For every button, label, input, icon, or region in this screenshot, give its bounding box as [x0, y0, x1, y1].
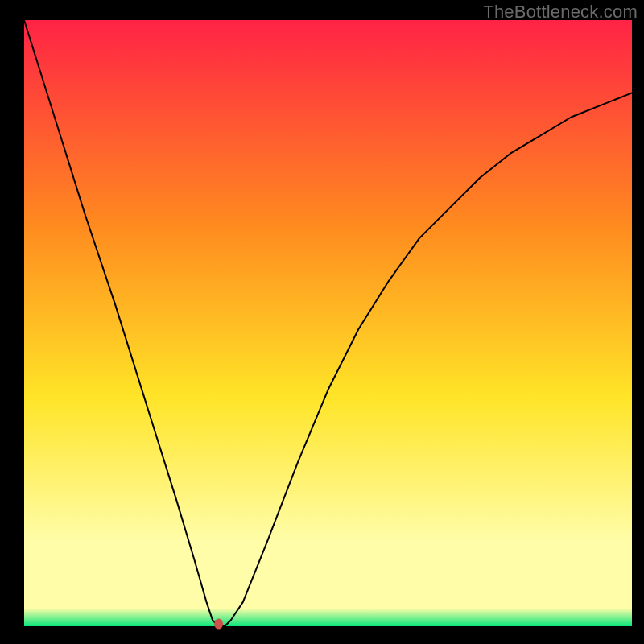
- bottleneck-chart: [0, 0, 644, 644]
- watermark-text: TheBottleneck.com: [483, 2, 638, 23]
- optimal-point-marker: [214, 618, 223, 629]
- plot-area: [24, 20, 632, 626]
- chart-container: TheBottleneck.com: [0, 0, 644, 644]
